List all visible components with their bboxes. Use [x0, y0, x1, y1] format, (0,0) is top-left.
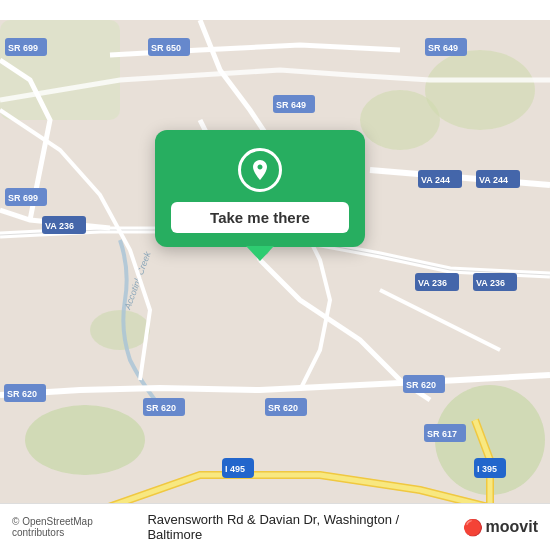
moovit-logo: 🔴 moovit: [463, 518, 538, 537]
map-container: Accotink Creek: [0, 0, 550, 550]
svg-text:SR 649: SR 649: [428, 43, 458, 53]
svg-text:SR 620: SR 620: [268, 403, 298, 413]
svg-text:VA 236: VA 236: [476, 278, 505, 288]
svg-text:VA 244: VA 244: [479, 175, 508, 185]
attribution-text: © OpenStreetMap contributors: [12, 516, 147, 538]
svg-text:SR 649: SR 649: [276, 100, 306, 110]
location-icon: [238, 148, 282, 192]
bottom-right-section: Ravensworth Rd & Davian Dr, Washington /…: [147, 512, 538, 542]
svg-text:SR 620: SR 620: [146, 403, 176, 413]
svg-text:VA 244: VA 244: [421, 175, 450, 185]
take-me-there-button[interactable]: Take me there: [171, 202, 349, 233]
svg-text:SR 650: SR 650: [151, 43, 181, 53]
svg-text:I 495: I 495: [225, 464, 245, 474]
svg-text:SR 620: SR 620: [406, 380, 436, 390]
svg-text:I 395: I 395: [477, 464, 497, 474]
location-pin-icon: [248, 158, 272, 182]
moovit-text: moovit: [486, 518, 538, 536]
svg-text:SR 617: SR 617: [427, 429, 457, 439]
svg-text:SR 699: SR 699: [8, 43, 38, 53]
svg-point-1: [25, 405, 145, 475]
svg-point-6: [425, 50, 535, 130]
svg-text:SR 620: SR 620: [7, 389, 37, 399]
map-svg: Accotink Creek: [0, 0, 550, 550]
popup-card: Take me there: [155, 130, 365, 247]
svg-point-4: [90, 310, 150, 350]
svg-text:SR 699: SR 699: [8, 193, 38, 203]
moovit-icon: 🔴: [463, 518, 483, 537]
bottom-bar: © OpenStreetMap contributors Ravensworth…: [0, 503, 550, 550]
svg-text:VA 236: VA 236: [418, 278, 447, 288]
svg-text:VA 236: VA 236: [45, 221, 74, 231]
location-label: Ravensworth Rd & Davian Dr, Washington /…: [147, 512, 456, 542]
